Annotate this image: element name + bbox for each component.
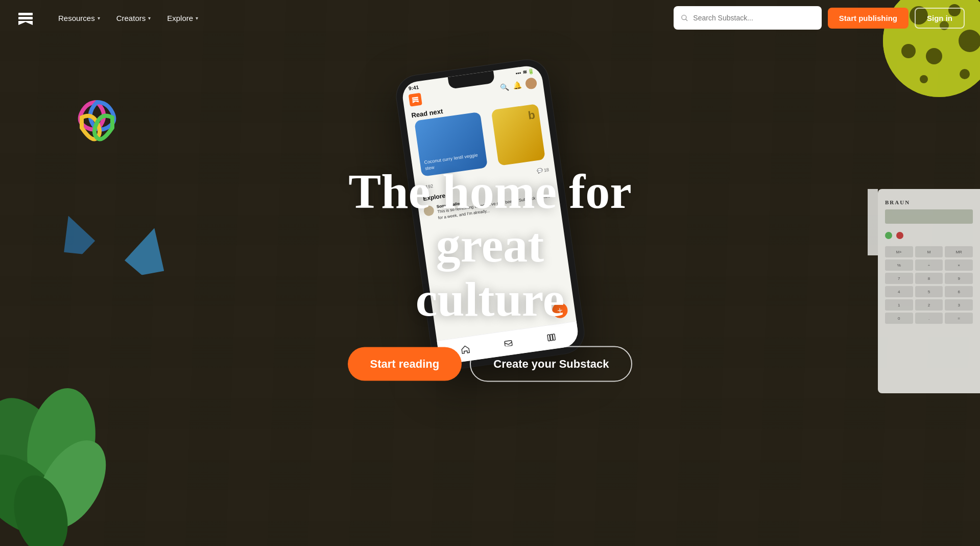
create-substack-button[interactable]: Create your Substack — [470, 346, 632, 382]
phone-bell-icon: 🔔 — [512, 81, 522, 90]
nav-creators-label: Creators — [116, 14, 146, 22]
start-reading-button[interactable]: Start reading — [348, 347, 462, 381]
braun-key: 0 — [885, 313, 913, 324]
hero-content: The home for great culture Start reading… — [317, 164, 664, 382]
phone-app-logo — [408, 93, 422, 107]
braun-key: × — [945, 259, 973, 271]
svg-point-7 — [920, 75, 928, 83]
phone-card-2: b — [491, 104, 545, 166]
phone-avatar — [524, 77, 537, 90]
start-publishing-button[interactable]: Start publishing — [828, 8, 909, 29]
svg-rect-16 — [18, 17, 33, 19]
braun-keypad: M+ M MR % ÷ × 7 8 9 4 5 6 1 2 3 0 . = — [885, 246, 973, 324]
braun-dot-red — [896, 232, 903, 239]
svg-point-5 — [901, 44, 916, 58]
braun-label: BRAUN — [885, 199, 973, 205]
hero-title-line1: The home for great — [348, 163, 632, 272]
sign-in-button[interactable]: Sign in — [915, 8, 965, 29]
navbar: Resources ▾ Creators ▾ Explore ▾ Start p… — [0, 0, 980, 36]
braun-key: = — [945, 313, 973, 324]
braun-key: . — [915, 313, 943, 324]
decorative-plant — [0, 352, 133, 546]
nav-explore-label: Explore — [167, 14, 193, 22]
svg-rect-15 — [18, 13, 33, 15]
navbar-logo[interactable] — [15, 8, 36, 28]
search-bar[interactable] — [674, 6, 822, 30]
phone-nav-icons: 🔍 🔔 — [499, 77, 537, 93]
braun-key: 2 — [915, 299, 943, 311]
chevron-down-icon: ▾ — [148, 15, 151, 21]
braun-key: ÷ — [915, 259, 943, 271]
substack-logo-icon[interactable] — [15, 8, 36, 28]
braun-key: MR — [945, 246, 973, 257]
hero-buttons: Start reading Create your Substack — [348, 346, 633, 382]
hero-title-line2: culture — [416, 271, 565, 326]
braun-key: 3 — [945, 299, 973, 311]
phone-search-icon: 🔍 — [499, 83, 509, 92]
decorative-knot — [71, 97, 123, 150]
braun-dot-green — [885, 232, 892, 239]
braun-key: 5 — [915, 286, 943, 297]
braun-key: 8 — [915, 273, 943, 284]
braun-key: 6 — [945, 286, 973, 297]
svg-rect-18 — [412, 97, 418, 99]
nav-resources-label: Resources — [58, 14, 95, 22]
braun-key: % — [885, 259, 913, 271]
nav-item-resources[interactable]: Resources ▾ — [51, 10, 107, 27]
braun-key: M+ — [885, 246, 913, 257]
braun-dots — [885, 232, 973, 239]
braun-key: 1 — [885, 299, 913, 311]
navbar-right: Start publishing Sign in — [674, 6, 965, 30]
nav-item-creators[interactable]: Creators ▾ — [109, 10, 158, 27]
braun-key: M — [915, 246, 943, 257]
phone-time: 9:41 — [408, 84, 419, 91]
braun-display — [885, 209, 973, 224]
braun-key: 4 — [885, 286, 913, 297]
search-input[interactable] — [693, 14, 815, 22]
chevron-down-icon: ▾ — [98, 15, 100, 21]
svg-point-6 — [960, 69, 970, 79]
decorative-braun-device: BRAUN M+ M MR % ÷ × 7 8 9 4 5 6 1 2 3 0 … — [878, 189, 980, 393]
search-icon — [681, 14, 688, 22]
svg-point-4 — [926, 48, 942, 64]
nav-links: Resources ▾ Creators ▾ Explore ▾ — [51, 10, 668, 27]
nav-item-explore[interactable]: Explore ▾ — [160, 10, 205, 27]
hero-title: The home for great culture — [317, 164, 664, 326]
chevron-down-icon: ▾ — [196, 15, 198, 21]
braun-key: 7 — [885, 273, 913, 284]
decorative-stripe — [868, 189, 878, 255]
braun-key: 9 — [945, 273, 973, 284]
svg-rect-19 — [412, 99, 418, 101]
phone-card-2-letter: b — [527, 108, 536, 123]
